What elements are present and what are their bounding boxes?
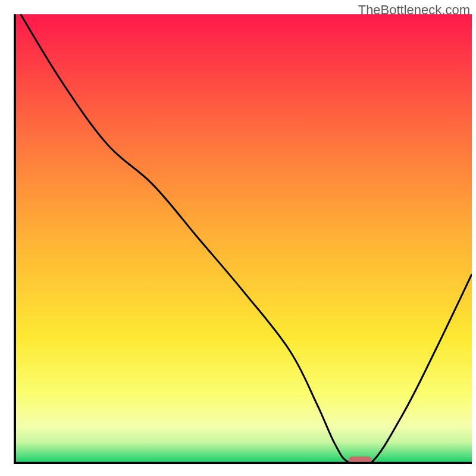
chart-container: TheBottleneck.com [0, 0, 476, 476]
watermark-label: TheBottleneck.com [358, 2, 470, 18]
x-axis [14, 462, 472, 464]
plot-area [16, 14, 472, 462]
bottleneck-curve [21, 14, 472, 462]
y-axis [14, 14, 16, 464]
chart-svg [16, 14, 472, 462]
